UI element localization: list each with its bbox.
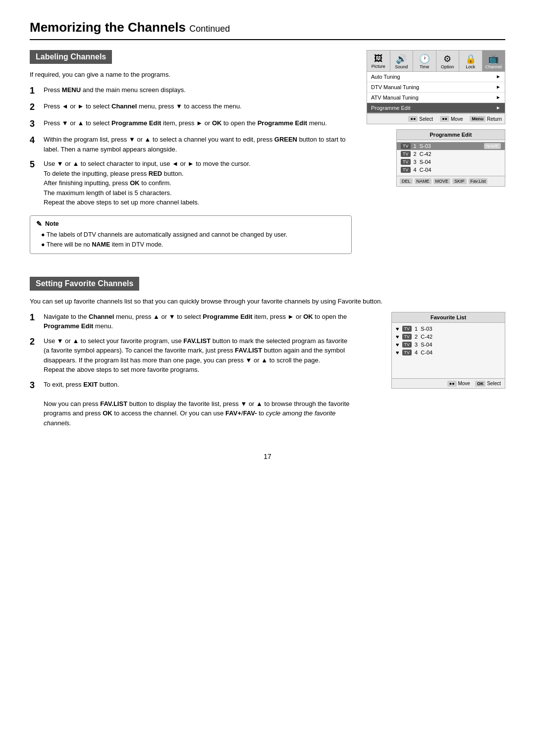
- menu-footer: ●● Select ●● Move Menu Return: [367, 113, 505, 124]
- menu-ui: 🖼 Picture 🔊 Sound 🕐 Time ⚙ Option 🔒: [367, 50, 505, 124]
- fav-left: 1 Navigate to the Channel menu, press ▲ …: [30, 312, 352, 433]
- menu-icon-sound: 🔊 Sound: [390, 50, 414, 71]
- page-title: Memorizing the Channels Continued: [30, 20, 505, 40]
- prog-edit-row-4: TV 4 C-04: [397, 166, 505, 174]
- note-item-2: There will be no NAME item in DTV mode.: [41, 240, 345, 250]
- menu-rows: Auto Tuning► DTV Manual Tuning► ATV Manu…: [367, 72, 505, 113]
- menu-icon-channel: 📺 Channel: [482, 50, 505, 71]
- step-2: 2 Press ◄ or ► to select Channel menu, p…: [30, 101, 352, 113]
- fav-ui: Favourite List ♥ TV 1 S-03 ♥ TV 2 C-42: [391, 312, 505, 389]
- labeling-header: Labeling Channels: [30, 50, 112, 64]
- labeling-section: Labeling Channels If required, you can g…: [30, 50, 505, 262]
- prog-edit-footer: DEL NAME MOVE SKIP Fav.List: [397, 176, 505, 186]
- fav-rows: ♥ TV 1 S-03 ♥ TV 2 C-42 ♥ TV 3 S-: [392, 323, 505, 358]
- fav-row-1: ♥ TV 1 S-03: [392, 325, 505, 333]
- prog-edit-title: Programme Edit: [397, 130, 505, 140]
- note-icon: ✎: [36, 220, 42, 228]
- labeling-left: Labeling Channels If required, you can g…: [30, 50, 352, 262]
- prog-edit-row-2: TV 2 C-42: [397, 150, 505, 158]
- note-title: ✎ Note: [36, 220, 345, 228]
- menu-row-programme-edit: Programme Edit►: [367, 103, 505, 113]
- menu-row-atv: ATV Manual Tuning►: [367, 93, 505, 103]
- menu-icon-option: ⚙ Option: [436, 50, 460, 71]
- menu-icon-lock: 🔒 Lock: [459, 50, 482, 71]
- menu-icon-time: 🕐 Time: [413, 50, 436, 71]
- prog-edit-row-3: TV 3 S-04: [397, 158, 505, 166]
- fav-right: Favourite List ♥ TV 1 S-03 ♥ TV 2 C-42: [367, 312, 505, 433]
- menu-top-icons: 🖼 Picture 🔊 Sound 🕐 Time ⚙ Option 🔒: [367, 50, 505, 72]
- step-1: 1 Press MENU and the main menu screen di…: [30, 85, 352, 97]
- fav-step-2: 2 Use ▼ or ▲ to select your favorite pro…: [30, 336, 352, 375]
- fav-step-1: 1 Navigate to the Channel menu, press ▲ …: [30, 312, 352, 331]
- fav-row-3: ♥ TV 3 S-04: [392, 341, 505, 349]
- step-3: 3 Press ▼ or ▲ to select Programme Edit …: [30, 118, 352, 130]
- fav-title: Favourite List: [392, 312, 505, 323]
- continued-text: Continued: [189, 24, 230, 34]
- fav-intro: You can set up favorite channels list so…: [30, 298, 505, 305]
- fav-footer: ●● Move OK Select: [392, 378, 505, 388]
- menu-icon-picture: 🖼 Picture: [367, 50, 390, 71]
- prog-edit-row-1: TV 1 S-03 NAME: [397, 142, 505, 150]
- labeling-right: 🖼 Picture 🔊 Sound 🕐 Time ⚙ Option 🔒: [367, 50, 505, 262]
- labeling-intro: If required, you can give a name to the …: [30, 71, 352, 78]
- fav-layout: 1 Navigate to the Channel menu, press ▲ …: [30, 312, 505, 433]
- menu-row-auto-tuning: Auto Tuning►: [367, 72, 505, 82]
- page-number: 17: [30, 453, 505, 460]
- fav-section: Setting Favorite Channels You can set up…: [30, 277, 505, 433]
- prog-edit-rows: TV 1 S-03 NAME TV 2 C-42 TV 3 S-04 TV 4 …: [397, 140, 505, 176]
- note-box: ✎ Note The labels of DTV channels are au…: [30, 215, 352, 254]
- fav-step-3: 3 To exit, press EXIT button. Now you ca…: [30, 380, 352, 428]
- note-item-1: The labels of DTV channels are automatic…: [41, 230, 345, 240]
- fav-row-2: ♥ TV 2 C-42: [392, 333, 505, 341]
- step-5: 5 Use ▼ or ▲ to select character to inpu…: [30, 159, 352, 207]
- step-4: 4 Within the program list, press ▼ or ▲ …: [30, 135, 352, 154]
- fav-header: Setting Favorite Channels: [30, 277, 139, 291]
- menu-row-dtv: DTV Manual Tuning►: [367, 82, 505, 93]
- fav-row-4: ♥ TV 4 C-04: [392, 349, 505, 356]
- prog-edit-ui: Programme Edit TV 1 S-03 NAME TV 2 C-42 …: [396, 129, 505, 187]
- title-text: Memorizing the Channels: [30, 20, 186, 35]
